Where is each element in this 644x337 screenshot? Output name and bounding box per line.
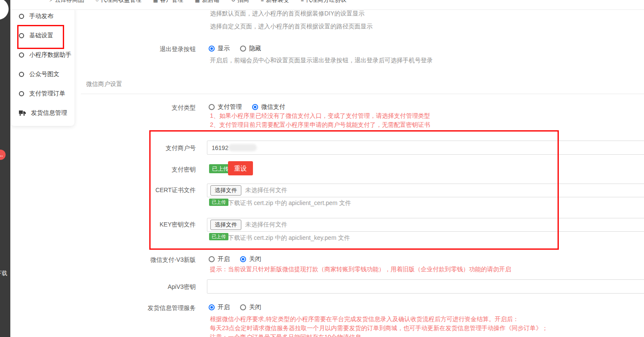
grid-icon: ▦ (195, 0, 200, 3)
radio-pay-mgmt[interactable] (209, 104, 215, 110)
circle-icon (19, 52, 24, 58)
choose-file-button[interactable]: 选择文件 (210, 185, 241, 196)
no-file-chosen-text: 未选择任何文件 (245, 187, 287, 194)
home-page-hint-default: 选择默认页面，进入小程序的首页根据装修DIY的设置显示 (210, 10, 364, 18)
merchant-section-title: 微信商户设置 (86, 80, 122, 88)
apiv3-key-label: ApiV3密钥 (76, 283, 196, 291)
radio-v3-off-label[interactable]: 关闭 (249, 255, 261, 263)
grid-icon: ▦ (153, 0, 158, 3)
v3-radio-group: 开启 关闭 (209, 255, 268, 263)
nav-item-agent-revenue[interactable]: ○ 代理商收益管理 (96, 0, 142, 4)
cert-file-hint: 下载证书 cert.zip 中的 apiclient_cert.pem 文件 (228, 199, 351, 207)
radio-hide-label[interactable]: 隐藏 (249, 45, 261, 52)
uploaded-badge: 已上传 (209, 199, 228, 206)
nav-item-label: 云库存商品 (55, 0, 84, 4)
pay-type-note-1: 1、如果小程序里已经没有了微信支付入口，变成了支付管理，请选择支付管理类型 (210, 112, 430, 120)
settings-sidebar: 手动发布 基础设置 小程序数据助手 公众号图文 支付管理订单 发货信息管理 (11, 6, 74, 126)
notification-badge[interactable]: … (0, 150, 6, 160)
sidebar-item-miniprogram-data[interactable]: 小程序数据助手 (11, 45, 74, 64)
radio-wechat-pay-label[interactable]: 微信支付 (261, 103, 285, 111)
nav-item-fission[interactable]: ≡ 新客裂变 (261, 0, 289, 4)
radio-v3-on[interactable] (209, 256, 215, 262)
radio-wechat-pay[interactable] (252, 104, 258, 110)
nav-item-label: 客户管理 (160, 0, 183, 4)
reset-button[interactable]: 重设 (228, 161, 253, 175)
cert-file-label: CERT证书文件 (76, 187, 196, 194)
circle-icon (19, 72, 24, 77)
cert-file-input[interactable]: 选择文件 未选择任何文件 (207, 184, 644, 197)
sidebar-item-label: 小程序数据助手 (29, 51, 71, 59)
radio-shipping-off[interactable] (240, 304, 246, 310)
avatar[interactable] (0, 0, 9, 20)
key-file-label: KEY密钥文件 (76, 221, 196, 229)
redaction-blur (228, 144, 257, 151)
section-divider (81, 94, 644, 94)
nav-item-investment[interactable]: ↻ 招商 (231, 0, 249, 4)
logout-button-label: 退出登录按钮 (76, 46, 196, 53)
left-rail: … 下载 (0, 0, 10, 337)
nav-item-cloud-stock[interactable]: ⚡ 云库存商品 (49, 0, 84, 4)
shipping-radio-group: 开启 关闭 (209, 303, 268, 311)
sidebar-item-shipping-info[interactable]: 发货信息管理 (11, 103, 74, 123)
nav-item-label: 新客裂变 (266, 0, 289, 4)
radio-show[interactable] (209, 46, 215, 52)
logout-hint: 开启后，前端会员中心和设置页面显示退出登录按钮，退出登录后可选择手机号登录 (210, 57, 433, 64)
uploaded-badge: 已上传 (209, 233, 228, 240)
radio-shipping-on[interactable] (209, 304, 215, 310)
logout-radio-group: 显示 隐藏 (209, 45, 268, 52)
choose-file-button[interactable]: 选择文件 (210, 220, 241, 230)
shipping-note-3: 注意：一个商户订单号下最多只能同时存在10个物流信息 (210, 334, 361, 337)
shipping-note-2: 每天23点会定时请求微信服务器拉取一个月以内需要发货的订单到商城，也可手动更新在… (210, 325, 548, 332)
download-link[interactable]: 下载 (0, 270, 7, 277)
key-file-hint: 下载证书 cert.zip 中的 apiclient_key.pem 文件 (228, 234, 350, 242)
shipping-note-1: 根据微信小程序要求,特定类型的小程序需要在平台完成发货信息录入及确认收货流程后方… (210, 316, 519, 323)
radio-shipping-on-label[interactable]: 开启 (218, 303, 230, 311)
sidebar-item-label: 支付管理订单 (29, 90, 65, 98)
nav-item-new-store[interactable]: ▦ 新店铺 (195, 0, 219, 4)
nav-item-label: 代理商收益管理 (101, 0, 142, 4)
circle-icon (19, 14, 24, 19)
radio-hide[interactable] (240, 46, 246, 52)
sidebar-item-label: 公众号图文 (29, 70, 59, 78)
nav-item-label: 招商 (237, 0, 249, 4)
radio-shipping-off-label[interactable]: 关闭 (249, 303, 261, 311)
v3-label: 微信支付-V3新版 (76, 256, 196, 264)
circle-icon (19, 91, 24, 96)
menu-icon: ≡ (261, 0, 264, 3)
settings-form: 选择默认页面，进入小程序的首页根据装修DIY的设置显示 选择自定义页面，进入小程… (76, 6, 644, 337)
bolt-icon: ⚡ (49, 0, 52, 3)
circle-icon: ○ (96, 0, 99, 3)
pay-key-label: 支付密钥 (76, 166, 196, 174)
top-nav: ⚡ 云库存商品 ○ 代理商收益管理 ▦ 客户管理 ▦ 新店铺 ↻ 招商 ≡ 新客… (10, 0, 644, 10)
v3-hint: 提示：当前设置只针对新版微信提现打款（商家转账到零钱功能），用着旧版（企业付款到… (210, 266, 511, 273)
pay-type-note-2: 2、支付管理目前只需要配置小程序里申请的商户号就能支付了，无需配置密钥证书 (210, 121, 430, 129)
truck-icon (19, 110, 26, 116)
radio-v3-on-label[interactable]: 开启 (218, 255, 230, 263)
home-page-hint-custom: 选择自定义页面，进入小程序的首页根据设置的路径页面显示 (210, 23, 373, 31)
pay-type-radio-group: 支付管理 微信支付 (209, 103, 293, 111)
sidebar-item-label: 发货信息管理 (31, 109, 67, 117)
nav-item-label: 代理商分红协议 (306, 0, 347, 4)
sync-icon: ↻ (231, 0, 235, 3)
sidebar-item-official-articles[interactable]: 公众号图文 (11, 64, 74, 84)
no-file-chosen-text: 未选择任何文件 (245, 221, 287, 229)
nav-item-label: 新店铺 (202, 0, 219, 4)
shipping-service-label: 发货信息管理服务 (76, 304, 196, 312)
radio-v3-off[interactable] (240, 256, 246, 262)
apiv3-key-input[interactable] (207, 279, 644, 294)
pay-type-label: 支付类型 (76, 104, 196, 112)
sidebar-item-basic-settings[interactable]: 基础设置 (11, 26, 74, 45)
key-file-input[interactable]: 选择文件 未选择任何文件 (207, 218, 644, 232)
radio-show-label[interactable]: 显示 (218, 45, 230, 52)
sidebar-item-payment-orders[interactable]: 支付管理订单 (11, 84, 74, 103)
radio-pay-mgmt-label[interactable]: 支付管理 (218, 103, 242, 111)
merchant-id-label: 支付商户号 (76, 144, 196, 152)
menu-icon: ≡ (301, 0, 304, 3)
circle-icon (19, 33, 24, 38)
sidebar-item-label: 手动发布 (29, 12, 53, 20)
nav-item-customer-mgmt[interactable]: ▦ 客户管理 (153, 0, 183, 4)
sidebar-item-label: 基础设置 (29, 32, 53, 40)
nav-item-agent-dividend[interactable]: ≡ 代理商分红协议 (301, 0, 347, 4)
merchant-id-input[interactable] (207, 141, 644, 155)
